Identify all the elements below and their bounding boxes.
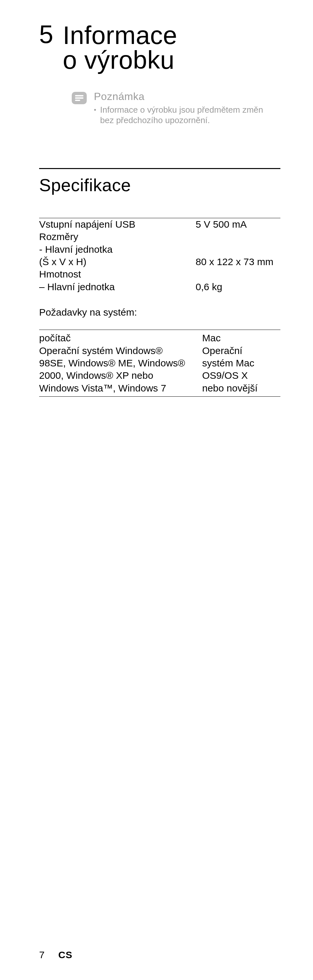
requirements-col-pc: počítač Operační systém Windows® 98SE, W… bbox=[39, 332, 192, 395]
chapter-title-line1: Informace bbox=[62, 21, 177, 49]
chapter-number: 5 bbox=[39, 23, 53, 46]
req-mac-line: Operační bbox=[202, 345, 280, 357]
table-row: Rozměry bbox=[39, 231, 280, 243]
specs-table: Vstupní napájení USB 5 V 500 mA Rozměry … bbox=[39, 218, 280, 293]
svg-rect-1 bbox=[75, 95, 83, 96]
req-mac-line: nebo novější bbox=[202, 382, 280, 395]
note-text: Informace o výrobku jsou předmětem změn … bbox=[100, 105, 276, 126]
spec-label: Vstupní napájení USB bbox=[39, 218, 196, 231]
table-row: (Š x V x H) 80 x 122 x 73 mm bbox=[39, 256, 280, 268]
req-pc-line: 98SE, Windows® ME, Windows® bbox=[39, 357, 192, 369]
note-icon bbox=[72, 92, 87, 104]
thin-divider bbox=[39, 329, 280, 330]
language-code: CS bbox=[58, 950, 73, 961]
note-block: Poznámka • Informace o výrobku jsou před… bbox=[72, 91, 280, 126]
req-pc-line: Operační systém Windows® bbox=[39, 345, 192, 357]
spec-label: Hmotnost bbox=[39, 268, 196, 280]
chapter-title-line2: o výrobku bbox=[62, 46, 174, 74]
spec-value: 5 V 500 mA bbox=[196, 218, 280, 231]
req-head-mac: Mac bbox=[202, 332, 280, 344]
spec-value: 80 x 122 x 73 mm bbox=[196, 256, 280, 268]
req-pc-line: 2000, Windows® XP nebo bbox=[39, 369, 192, 382]
document-page: 5 Informace o výrobku Poznámka • Informa… bbox=[0, 0, 313, 980]
table-row: - Hlavní jednotka bbox=[39, 243, 280, 256]
bullet-dot-icon: • bbox=[94, 105, 96, 115]
spec-label: (Š x V x H) bbox=[39, 256, 196, 268]
chapter-title: Informace o výrobku bbox=[62, 23, 177, 73]
spec-label: – Hlavní jednotka bbox=[39, 281, 196, 293]
chapter-header: 5 Informace o výrobku bbox=[39, 23, 280, 73]
table-row: Vstupní napájení USB 5 V 500 mA bbox=[39, 218, 280, 231]
req-mac-line: systém Mac bbox=[202, 357, 280, 369]
requirements-label: Požadavky na systém: bbox=[39, 307, 280, 318]
table-row: – Hlavní jednotka 0,6 kg bbox=[39, 281, 280, 293]
svg-rect-2 bbox=[75, 97, 83, 99]
note-bullet: • Informace o výrobku jsou předmětem změ… bbox=[94, 105, 276, 126]
req-head-pc: počítač bbox=[39, 332, 192, 344]
page-footer: 7 CS bbox=[39, 950, 72, 961]
req-mac-line: OS9/OS X bbox=[202, 369, 280, 382]
note-label: Poznámka bbox=[94, 91, 276, 103]
requirements-table: počítač Operační systém Windows® 98SE, W… bbox=[39, 332, 280, 395]
thin-divider bbox=[39, 396, 280, 397]
svg-rect-3 bbox=[75, 100, 80, 101]
requirements-col-mac: Mac Operační systém Mac OS9/OS X nebo no… bbox=[202, 332, 280, 395]
spec-label: - Hlavní jednotka bbox=[39, 243, 196, 256]
table-row: Hmotnost bbox=[39, 268, 280, 280]
req-pc-line: Windows Vista™, Windows 7 bbox=[39, 382, 192, 395]
spec-value: 0,6 kg bbox=[196, 281, 280, 293]
note-body: Poznámka • Informace o výrobku jsou před… bbox=[94, 91, 276, 126]
section-heading-specifikace: Specifikace bbox=[39, 175, 280, 195]
spec-label: Rozměry bbox=[39, 231, 196, 243]
thick-divider bbox=[39, 168, 280, 169]
page-number: 7 bbox=[39, 950, 45, 961]
